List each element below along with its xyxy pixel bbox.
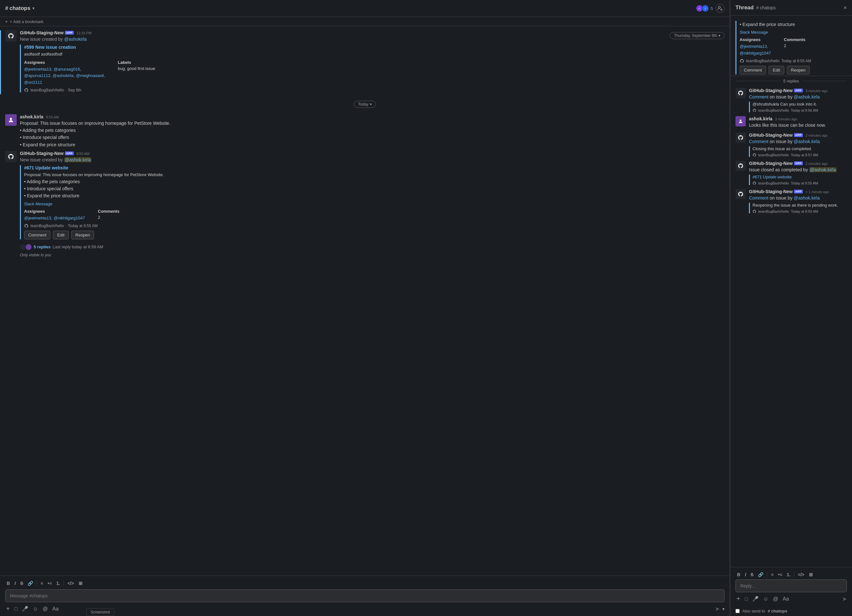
format-button[interactable]: Aa	[51, 605, 60, 613]
also-send-checkbox[interactable]	[736, 609, 740, 613]
issue-card-599: #599 New issue creation asdfasdf asdfasd…	[20, 45, 725, 92]
thread-italic-button[interactable]: I	[743, 571, 748, 578]
channel-name[interactable]: # chatops ▾	[5, 5, 34, 12]
audio-button[interactable]: 🎤	[21, 605, 29, 613]
edit-button[interactable]: Edit	[53, 231, 68, 239]
add-button[interactable]: +	[5, 604, 11, 613]
message-time-1: 12:34 PM	[76, 31, 92, 35]
thread-reply-4-content: GitHub-Staging-New APP 2 minutes ago Iss…	[749, 161, 847, 185]
messages-area[interactable]: GitHub-Staging-New APP 12:34 PM New issu…	[0, 26, 730, 575]
close-thread-button[interactable]: ×	[843, 5, 847, 11]
date-pill-today[interactable]: Today ▾	[354, 101, 376, 108]
mention-reply-1[interactable]: @ashok.kirla	[793, 94, 820, 99]
reply1-repo-icon	[752, 108, 756, 112]
thread-channel: # chatops	[756, 5, 776, 10]
assignees-section-671: Assignees @jeetmehta13, @nikhilgarg1047	[24, 209, 85, 222]
expand-button[interactable]: ▾	[722, 606, 725, 611]
mention-reply-5[interactable]: @ashok.kirla	[793, 196, 820, 200]
repo-icon-671	[24, 224, 29, 228]
issue-title-599[interactable]: #599 New issue creation	[24, 45, 725, 50]
screenshot-tooltip: Screenshot	[86, 608, 114, 616]
thread-comment-button[interactable]: Comment	[740, 66, 766, 74]
link-button[interactable]: 🔗	[26, 580, 35, 587]
bold-button[interactable]: B	[5, 580, 12, 587]
thread-block-button[interactable]: ⊞	[807, 571, 814, 578]
comments-count-671: 2	[98, 215, 119, 220]
proposal-bullets: Adding the pets categories Introduce spe…	[20, 127, 725, 148]
message-header-1: GitHub-Staging-New APP 12:34 PM	[20, 30, 725, 35]
svg-point-3	[10, 118, 12, 120]
mention-reply-4[interactable]: @ashok.kirla	[809, 167, 837, 172]
thread-edit-button[interactable]: Edit	[769, 66, 784, 74]
mention-button[interactable]: @	[42, 605, 49, 613]
thread-link-button[interactable]: 🔗	[756, 571, 765, 578]
thread-slack-link[interactable]: Slack Message	[740, 30, 847, 35]
slack-message-link[interactable]: Slack Message	[24, 202, 725, 206]
numbered-list-button[interactable]: 1.	[55, 580, 62, 587]
comment-link-1[interactable]: Comment	[749, 94, 769, 99]
ordered-list-button[interactable]: ≡	[39, 580, 45, 587]
thread-reply-1: GitHub-Staging-New APP 3 minutes ago Com…	[730, 86, 852, 114]
thread-numbered-button[interactable]: 1.	[785, 571, 792, 578]
mention-ashok-kirla[interactable]: @ashok.kirla	[64, 157, 92, 162]
thread-code-button[interactable]: </>	[796, 571, 806, 578]
assignees-671: @jeetmehta13, @nikhilgarg1047	[24, 215, 85, 222]
user-icon-2	[738, 119, 743, 124]
member-avatars[interactable]: A J 5	[696, 5, 713, 12]
member-count: 5	[711, 6, 713, 11]
thread-strikethrough-button[interactable]: S	[749, 571, 755, 578]
labels-section: Labels bug, good first issue	[118, 60, 155, 86]
thread-reply-input[interactable]	[736, 580, 847, 592]
thread-reply-5-avatar	[736, 189, 746, 199]
thread-ul-button[interactable]: •≡	[776, 571, 784, 578]
strikethrough-button[interactable]: S	[19, 580, 25, 587]
block-button[interactable]: ⊞	[77, 580, 84, 587]
message-input[interactable]	[5, 589, 725, 602]
mention-ashokirla[interactable]: @ashokirla	[64, 36, 87, 42]
italic-button[interactable]: I	[13, 580, 17, 587]
emoji-button[interactable]: ☺	[32, 605, 39, 613]
snippet-button[interactable]: □	[14, 605, 19, 613]
replies-row[interactable]: 5 replies Last reply today at 8:59 AM	[0, 242, 730, 252]
thread-toolbar-divider-2	[794, 572, 794, 577]
message-author-1: GitHub-Staging-New APP	[20, 30, 74, 35]
date-pill-sep8[interactable]: Thursday, September 8th ▾	[670, 32, 725, 39]
thread-mention-button[interactable]: @	[772, 595, 779, 603]
message-text-ashok: Proposal: This issue focuses on improvin…	[20, 120, 725, 127]
thread-reopen-button[interactable]: Reopen	[787, 66, 810, 74]
github-icon-reply1	[738, 90, 743, 96]
reply-4-issue-link[interactable]: #671 Update website	[752, 175, 847, 179]
thread-action-buttons: Comment Edit Reopen	[740, 66, 847, 74]
thread-audio-button[interactable]: 🎤	[751, 595, 760, 603]
thread-send-button[interactable]: ➤	[842, 595, 847, 602]
thread-format-button[interactable]: Aa	[782, 595, 790, 603]
send-button[interactable]: ➤	[715, 605, 720, 613]
reply4-repo-icon	[752, 181, 756, 185]
thread-emoji-button[interactable]: ☺	[762, 595, 769, 603]
ashok-avatar	[5, 114, 17, 126]
thread-bold-button[interactable]: B	[736, 571, 742, 578]
thread-repo-icon	[740, 59, 744, 63]
thread-add-button[interactable]: +	[736, 594, 741, 604]
screenshot-label: Screenshot	[91, 610, 110, 614]
message-content-github2: GitHub-Staging-New APP 8:55 AM New issue…	[20, 151, 725, 241]
comment-button[interactable]: Comment	[24, 231, 50, 239]
repo-footer-599: teamBugBash/hello · Sep 8th	[24, 88, 725, 92]
thread-messages[interactable]: Expand the price structure Slack Message…	[730, 16, 852, 567]
thread-ol-button[interactable]: ≡	[769, 571, 775, 578]
thread-snippet-button[interactable]: □	[744, 595, 749, 603]
github-icon-2	[8, 154, 14, 160]
code-button[interactable]: </>	[66, 580, 76, 587]
thread-reply-3-avatar	[736, 133, 746, 143]
message-author-ashok: ashok.kirla	[20, 114, 43, 119]
add-member-button[interactable]	[716, 4, 725, 13]
reopen-button[interactable]: Reopen	[71, 231, 94, 239]
issue-title-671[interactable]: #671 Update website	[24, 165, 725, 170]
replies-section-label: 5 replies	[730, 76, 852, 86]
add-person-icon	[718, 6, 723, 11]
bookmark-bar[interactable]: + + Add a bookmark	[0, 17, 730, 26]
comment-link-5[interactable]: Comment	[749, 196, 769, 200]
comment-link-3[interactable]: Comment	[749, 139, 769, 144]
unordered-list-button[interactable]: •≡	[46, 580, 54, 587]
mention-reply-3[interactable]: @ashok.kirla	[793, 139, 820, 144]
